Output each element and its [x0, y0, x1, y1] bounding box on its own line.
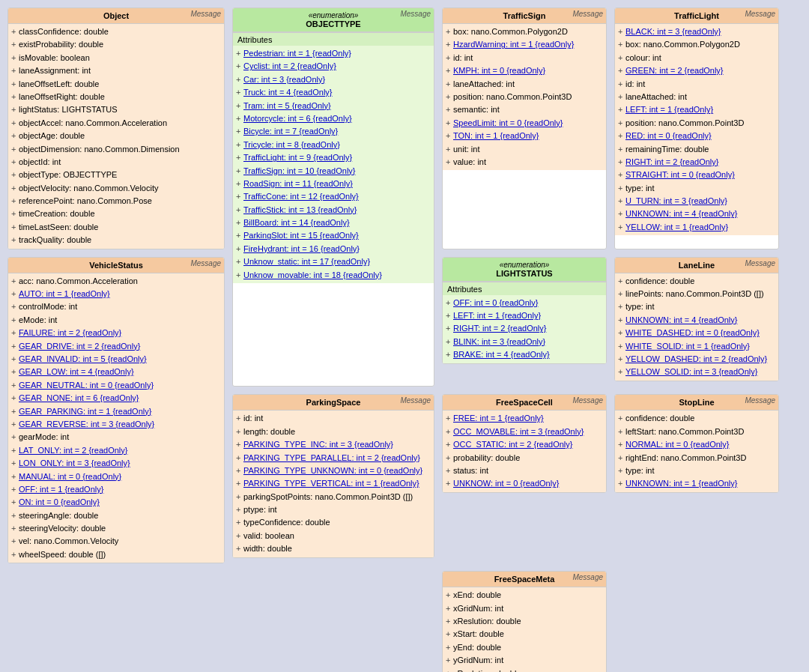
list-item: Car: int = 3 {readOnly}: [233, 73, 434, 86]
list-item: UNKNOWN: int = 4 {readOnly}: [615, 208, 778, 220]
list-item: Unknow_movable: int = 18 {readOnly}: [233, 269, 434, 282]
box-objecttype-attrs: Pedestrian: int = 1 {readOnly} Cyclist: …: [233, 46, 434, 283]
objecttype-message-label: Message: [400, 10, 431, 18]
list-item: SpeedLimit: int = 0 {readOnly}: [443, 117, 606, 130]
box-stopline-attrs: confidence: double leftStart: nano.Commo…: [615, 411, 778, 491]
list-item: TrafficStick: int = 13 {readOnly}: [233, 204, 434, 217]
list-item: MANUAL: int = 0 {readOnly}: [8, 470, 224, 483]
box-stopline-title: StopLine: [679, 398, 714, 407]
freespacemeta-message-label: Message: [572, 573, 603, 581]
list-item: classConfidence: double: [8, 25, 224, 38]
list-item: RIGHT: int = 2 {readOnly}: [615, 156, 778, 169]
object-message-label: Message: [190, 10, 221, 18]
box-objecttype-header: Message «enumeration» OBJECTTYPE: [233, 8, 434, 32]
list-item: objectDimension: nano.Common.Dimension: [8, 143, 224, 156]
list-item: NORMAL: int = 0 {readOnly}: [615, 438, 778, 451]
list-item: ON: int = 0 {readOnly}: [8, 496, 224, 509]
box-parkingspace: Message ParkingSpace id: int length: dou…: [232, 394, 434, 557]
box-trafficsign: Message TrafficSign box: nano.Common.Pol…: [442, 7, 607, 249]
list-item: FireHydrant: int = 16 {readOnly}: [233, 243, 434, 255]
list-item: Pedestrian: int = 1 {readOnly}: [233, 47, 434, 60]
list-item: objectVelocity: nano.Common.Velocity: [8, 182, 224, 195]
stopline-message-label: Message: [745, 396, 775, 405]
list-item: vel: nano.Common.Velocity: [8, 535, 224, 548]
list-item: valid: boolean: [233, 530, 434, 542]
laneline-message-label: Message: [745, 259, 775, 267]
box-trafficlight: Message TrafficLight BLACK: int = 3 {rea…: [614, 7, 779, 249]
list-item: xReslution: double: [443, 615, 606, 628]
box-objecttype: Message «enumeration» OBJECTTYPE Attribu…: [232, 7, 434, 387]
box-vehiclestatus: Message VehicleStatus acc: nano.Common.A…: [7, 257, 225, 564]
list-item: WHITE_DASHED: int = 0 {readOnly}: [615, 327, 778, 339]
list-item: LEFT: int = 1 {readOnly}: [615, 103, 778, 116]
list-item: TrafficSign: int = 10 {readOnly}: [233, 165, 434, 178]
list-item: OCC_STATIC: int = 2 {readOnly}: [443, 438, 606, 451]
list-item: GEAR_NONE: int = 6 {readOnly}: [8, 392, 224, 405]
list-item: RIGHT: int = 2 {readOnly}: [443, 322, 606, 335]
list-item: position: nano.Common.Point3D: [443, 91, 606, 103]
list-item: xEnd: double: [443, 589, 606, 602]
box-object-header: Message Object: [8, 8, 224, 24]
box-object-title: Object: [103, 11, 129, 20]
list-item: probability: double: [443, 452, 606, 464]
box-freespacecell-attrs: FREE: int = 1 {readOnly} OCC_MOVABLE: in…: [443, 411, 606, 491]
list-item: PARKING_TYPE_PARALLEL: int = 2 {readOnly…: [233, 452, 434, 464]
box-lightstatus-attrs: OFF: int = 0 {readOnly} LEFT: int = 1 {r…: [443, 295, 606, 363]
list-item: BRAKE: int = 4 {readOnly}: [443, 348, 606, 361]
box-freespacemeta-title: FreeSpaceMeta: [494, 575, 555, 584]
list-item: WHITE_SOLID: int = 1 {readOnly}: [615, 340, 778, 353]
list-item: HzardWarning: int = 1 {readOnly}: [443, 38, 606, 51]
list-item: objectAccel: nano.Common.Acceleration: [8, 117, 224, 130]
list-item: TON: int = 1 {readOnly}: [443, 130, 606, 142]
list-item: length: double: [233, 426, 434, 438]
list-item: typeConfidence: double: [233, 516, 434, 529]
trafficsign-message-label: Message: [572, 10, 603, 18]
list-item: TrafficCone: int = 12 {readOnly}: [233, 190, 434, 203]
list-item: Bicycle: int = 7 {readOnly}: [233, 125, 434, 138]
box-lightstatus-header: «enumeration» LIGHTSTATUS: [443, 258, 606, 282]
list-item: referencePoint: nano.Common.Pose: [8, 195, 224, 208]
box-laneline: Message LaneLine confidence: double line…: [614, 257, 779, 381]
box-laneline-attrs: confidence: double linePoints: nano.Comm…: [615, 273, 778, 381]
list-item: BLINK: int = 3 {readOnly}: [443, 336, 606, 348]
vehiclestatus-message-label: Message: [190, 259, 221, 267]
box-trafficlight-title: TrafficLight: [674, 11, 719, 20]
list-item: confidence: double: [615, 275, 778, 288]
list-item: GEAR_DRIVE: int = 2 {readOnly}: [8, 340, 224, 353]
box-freespacecell-header: Message FreeSpaceCell: [443, 395, 606, 411]
lightstatus-section: Attributes: [443, 282, 606, 295]
freespacecell-message-label: Message: [572, 396, 603, 405]
list-item: confidence: double: [615, 412, 778, 425]
list-item: type: int: [615, 182, 778, 195]
list-item: U_TURN: int = 3 {readOnly}: [615, 195, 778, 208]
list-item: width: double: [233, 542, 434, 555]
list-item: eMode: int: [8, 314, 224, 327]
list-item: yEnd: double: [443, 641, 606, 654]
list-item: ParkingSlot: int = 15 {readOnly}: [233, 229, 434, 242]
list-item: type: int: [615, 300, 778, 313]
list-item: steeringAngle: double: [8, 509, 224, 522]
list-item: YELLOW: int = 1 {readOnly}: [615, 221, 778, 234]
list-item: linePoints: nano.Common.Point3D ([]): [615, 288, 778, 300]
box-lightstatus: «enumeration» LIGHTSTATUS Attributes OFF…: [442, 257, 607, 364]
list-item: xGridNum: int: [443, 602, 606, 615]
box-freespacecell-title: FreeSpaceCell: [496, 398, 553, 407]
list-item: steeringVelocity: double: [8, 522, 224, 535]
list-item: objectId: int: [8, 156, 224, 169]
list-item: BillBoard: int = 14 {readOnly}: [233, 217, 434, 229]
list-item: timeCreation: double: [8, 208, 224, 220]
box-lightstatus-title: LIGHTSTATUS: [496, 269, 552, 278]
list-item: laneAssignment: int: [8, 64, 224, 77]
list-item: yGridNum: int: [443, 654, 606, 667]
list-item: colour: int: [615, 52, 778, 64]
list-item: semantic: int: [443, 103, 606, 116]
list-item: lightStatus: LIGHTSTATUS: [8, 103, 224, 116]
list-item: id: int: [233, 412, 434, 425]
box-trafficsign-header: Message TrafficSign: [443, 8, 606, 24]
box-trafficsign-title: TrafficSign: [503, 11, 546, 20]
list-item: Truck: int = 4 {readOnly}: [233, 86, 434, 99]
box-stopline-header: Message StopLine: [615, 395, 778, 411]
list-item: UNKNOW: int = 0 {readOnly}: [443, 477, 606, 490]
box-parkingspace-attrs: id: int length: double PARKING_TYPE_INC:…: [233, 411, 434, 557]
list-item: TrafficLight: int = 9 {readOnly}: [233, 151, 434, 164]
